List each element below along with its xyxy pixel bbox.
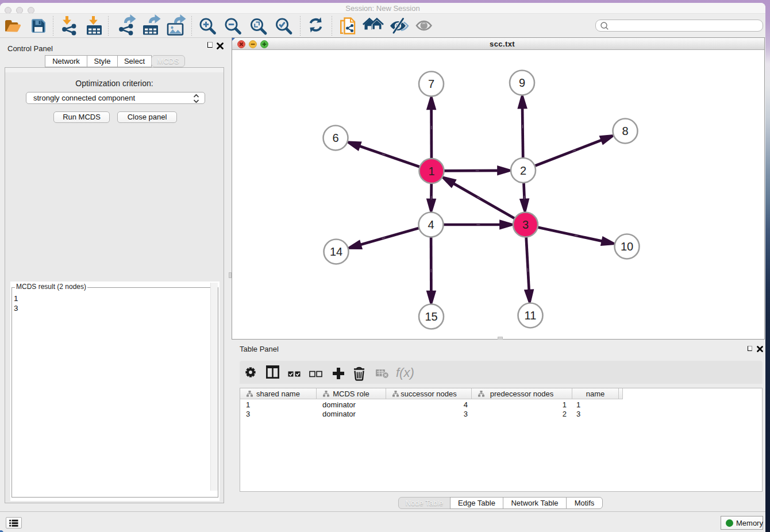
svg-text:15: 15 <box>425 310 437 323</box>
svg-text:f(x): f(x) <box>396 365 414 380</box>
svg-text:14: 14 <box>330 245 342 258</box>
svg-text:2: 2 <box>520 164 526 177</box>
svg-text:6: 6 <box>332 132 338 144</box>
svg-text:7: 7 <box>428 78 434 90</box>
svg-text:1: 1 <box>428 165 434 178</box>
svg-text:11: 11 <box>525 309 537 322</box>
svg-text:8: 8 <box>622 125 628 137</box>
svg-text:9: 9 <box>519 76 525 89</box>
svg-text:3: 3 <box>522 218 529 231</box>
svg-text:10: 10 <box>621 240 633 253</box>
svg-text:4: 4 <box>428 218 434 231</box>
